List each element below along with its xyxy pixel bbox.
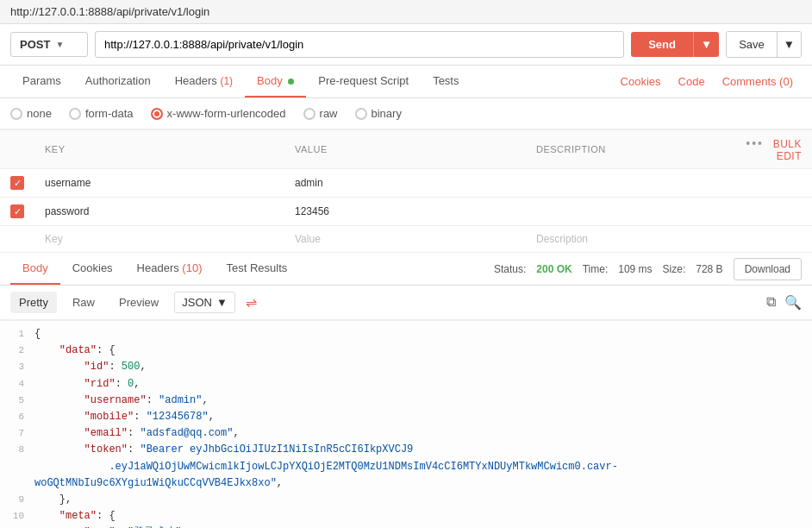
radio-raw[interactable]: raw <box>303 107 338 120</box>
code-line-2: 2 "data": { <box>0 343 812 359</box>
search-icon[interactable]: 🔍 <box>784 294 802 311</box>
row1-desc[interactable] <box>526 169 734 198</box>
table-row-empty: Key Value Description <box>0 226 812 253</box>
tab-params[interactable]: Params <box>10 66 73 97</box>
radio-raw-icon <box>303 108 315 120</box>
status-label: Status: <box>494 263 526 275</box>
radio-form-data-icon <box>69 108 81 120</box>
tab-comments-right[interactable]: Comments (0) <box>714 66 802 97</box>
row2-value[interactable]: 123456 <box>284 198 526 226</box>
radio-form-data[interactable]: form-data <box>69 107 134 120</box>
wrap-icon[interactable]: ⇌ <box>246 294 257 311</box>
save-arrow-button[interactable]: ▼ <box>777 32 801 57</box>
tab-headers[interactable]: Headers (1) <box>163 66 245 97</box>
code-line-6: 6 "mobile": "12345678", <box>0 409 812 425</box>
code-line-8a: 8 "token": "Bearer eyJhbGciOiJIUzI1NiIsI… <box>0 442 812 458</box>
new-key-input[interactable]: Key <box>34 226 284 253</box>
right-tabs: Cookies Code Comments (0) <box>612 66 802 97</box>
new-value-input[interactable]: Value <box>284 226 526 253</box>
code-area: 1 { 2 "data": { 3 "id": 500, 4 "rid": 0,… <box>0 320 812 528</box>
params-table: KEY VALUE DESCRIPTION ••• Bulk Edit ✓ us… <box>0 129 812 253</box>
radio-binary-icon <box>355 108 367 120</box>
tab-prerequest[interactable]: Pre-request Script <box>306 66 421 97</box>
format-dropdown[interactable]: JSON ▼ <box>174 292 235 313</box>
url-input[interactable] <box>95 31 624 58</box>
response-status: Status: 200 OK Time: 109 ms Size: 728 B … <box>494 258 802 280</box>
col-header-actions: ••• Bulk Edit <box>734 130 812 169</box>
status-value: 200 OK <box>536 263 572 275</box>
radio-raw-label: raw <box>320 107 338 120</box>
code-line-3: 3 "id": 500, <box>0 359 812 375</box>
code-line-7: 7 "email": "adsfad@qq.com", <box>0 425 812 442</box>
format-value: JSON <box>182 296 212 309</box>
save-button[interactable]: Save <box>727 32 777 57</box>
body-type-row: none form-data x-www-form-urlencoded raw… <box>0 98 812 129</box>
headers-badge: (1) <box>220 75 233 87</box>
table-row: ✓ password 123456 <box>0 198 812 226</box>
fmt-tab-raw[interactable]: Raw <box>64 292 103 313</box>
body-dot <box>288 79 294 85</box>
radio-urlencoded-label: x-www-form-urlencoded <box>167 107 286 120</box>
code-line-8b: .eyJ1aWQiOjUwMCwicmlkIjowLCJpYXQiOjE2MTQ… <box>0 459 812 492</box>
new-desc-input[interactable]: Description <box>526 226 734 253</box>
row2-key[interactable]: password <box>34 198 284 226</box>
resp-tab-cookies[interactable]: Cookies <box>60 253 125 285</box>
tab-body[interactable]: Body <box>245 66 306 97</box>
time-value: 109 ms <box>618 263 652 275</box>
send-btn-group: Send ▼ <box>631 32 719 57</box>
fmt-tab-pretty[interactable]: Pretty <box>10 292 57 313</box>
tab-cookies-right[interactable]: Cookies <box>612 66 670 97</box>
tab-tests[interactable]: Tests <box>421 66 471 97</box>
size-value: 728 B <box>696 263 722 275</box>
radio-urlencoded[interactable]: x-www-form-urlencoded <box>151 107 286 120</box>
resp-tab-body[interactable]: Body <box>10 253 60 285</box>
response-tabs: Body Cookies Headers (10) Test Results S… <box>0 253 812 286</box>
code-line-11: 11 "msg": "登录成功", <box>0 525 812 528</box>
resp-tab-testresults[interactable]: Test Results <box>214 253 299 285</box>
radio-binary-label: binary <box>372 107 402 120</box>
col-header-value: VALUE <box>284 130 526 169</box>
resp-tab-headers[interactable]: Headers (10) <box>125 253 215 285</box>
download-button[interactable]: Download <box>734 258 802 280</box>
title-bar: http://127.0.0.1:8888/api/private/v1/log… <box>0 0 812 24</box>
fmt-tab-preview[interactable]: Preview <box>110 292 167 313</box>
format-toolbar: Pretty Raw Preview JSON ▼ ⇌ ⧉ 🔍 <box>0 286 812 320</box>
radio-form-data-label: form-data <box>85 107 134 120</box>
row2-checkbox[interactable]: ✓ <box>10 204 24 218</box>
bulk-edit-button[interactable]: Bulk Edit <box>773 138 802 162</box>
size-label: Size: <box>663 263 686 275</box>
tab-code-right[interactable]: Code <box>670 66 714 97</box>
code-line-10: 10 "meta": { <box>0 508 812 525</box>
request-tabs: Params Authorization Headers (1) Body Pr… <box>0 66 812 98</box>
code-actions: ⧉ 🔍 <box>766 294 802 311</box>
more-icon[interactable]: ••• <box>746 136 764 150</box>
save-btn-group: Save ▼ <box>726 31 802 58</box>
row2-desc[interactable] <box>526 198 734 226</box>
col-header-key: KEY <box>34 130 284 169</box>
method-label: POST <box>20 38 50 51</box>
code-line-5: 5 "username": "admin", <box>0 393 812 409</box>
row1-checkbox[interactable]: ✓ <box>10 176 24 190</box>
copy-icon[interactable]: ⧉ <box>766 294 776 311</box>
send-button[interactable]: Send <box>631 32 693 57</box>
format-chevron-icon: ▼ <box>216 296 228 309</box>
method-select[interactable]: POST ▼ <box>10 32 88 57</box>
radio-none-icon <box>10 108 22 120</box>
title-url: http://127.0.0.1:8888/api/private/v1/log… <box>10 5 209 18</box>
code-line-1: 1 { <box>0 326 812 343</box>
row1-key[interactable]: username <box>34 169 284 198</box>
method-chevron-icon: ▼ <box>55 40 64 49</box>
tab-authorization[interactable]: Authorization <box>73 66 163 97</box>
time-label: Time: <box>583 263 609 275</box>
radio-none[interactable]: none <box>10 107 52 120</box>
code-line-9: 9 }, <box>0 492 812 508</box>
toolbar: POST ▼ Send ▼ Save ▼ <box>0 24 812 66</box>
radio-binary[interactable]: binary <box>355 107 402 120</box>
row1-value[interactable]: admin <box>284 169 526 198</box>
send-arrow-button[interactable]: ▼ <box>693 32 719 57</box>
resp-headers-badge: (10) <box>182 261 202 274</box>
code-line-4: 4 "rid": 0, <box>0 376 812 393</box>
col-header-description: DESCRIPTION <box>526 130 734 169</box>
radio-none-label: none <box>27 107 52 120</box>
table-row: ✓ username admin <box>0 169 812 198</box>
